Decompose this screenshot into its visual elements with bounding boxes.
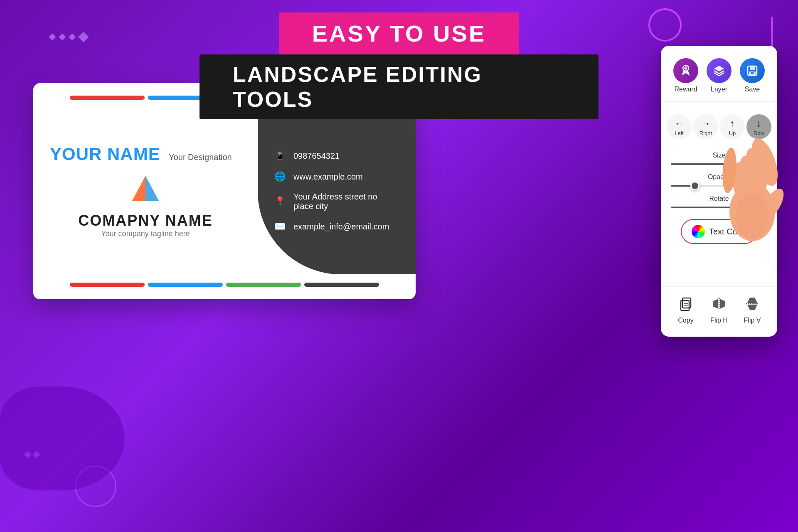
card-left: YOUR NAME Your Designation COMAPNY NAME … [33, 108, 258, 274]
save-label: Save [745, 86, 760, 93]
company-logo [129, 172, 162, 206]
bg-dot [78, 32, 89, 42]
svg-marker-18 [720, 299, 725, 309]
flip-h-svg [711, 296, 727, 312]
card-name: YOUR NAME [50, 144, 160, 164]
card-designation: Your Designation [169, 153, 232, 162]
header: EASY TO USE LANDSCAPE EDITING TOOLS [200, 12, 598, 119]
contact-address: 📍 Your Address street no place city [274, 192, 399, 211]
layer-button[interactable]: Layer [707, 58, 732, 93]
svg-marker-21 [747, 305, 757, 310]
card-name-row: YOUR NAME Your Designation [50, 144, 241, 164]
size-label: Size [671, 152, 767, 159]
copy-label: Copy [678, 317, 693, 324]
easy-to-use-label: EASY TO USE [312, 20, 486, 47]
bar-blue-bottom [148, 283, 223, 287]
layer-icon-circle [707, 58, 732, 83]
up-label: Up [729, 130, 736, 136]
color-wheel-icon [692, 225, 705, 238]
phone-icon: 📱 [274, 150, 287, 161]
tools-banner: LANDSCAPE EDITING TOOLS [200, 54, 598, 119]
tool-panel: Reward Layer Save [661, 46, 777, 337]
website-icon: 🌐 [274, 171, 287, 182]
rotate-label: Rotate [671, 195, 767, 202]
flip-v-button[interactable]: Flip V [742, 293, 763, 324]
contact-email: ✉️ example_info@email.com [274, 221, 399, 232]
down-label: Dow [754, 130, 764, 136]
bg-dot [69, 34, 76, 41]
tool-top-icons: Reward Layer Save [661, 54, 777, 102]
right-button[interactable]: → Right [693, 114, 718, 139]
save-button[interactable]: Save [740, 58, 765, 93]
bar-dark-bottom [304, 283, 379, 287]
website-text: www.example.com [293, 172, 363, 182]
bg-dot [49, 34, 56, 41]
bar-red [70, 96, 145, 100]
contact-website: 🌐 www.example.com [274, 171, 399, 182]
card-right: 📱 0987654321 🌐 www.example.com 📍 Your Ad… [258, 108, 416, 274]
bg-circle-decoration [648, 8, 682, 42]
left-button[interactable]: ← Left [667, 114, 692, 139]
bg-blob [0, 387, 125, 490]
rotate-slider-track[interactable] [671, 207, 767, 208]
svg-rect-11 [751, 72, 754, 74]
save-icon-circle [740, 58, 765, 83]
size-slider-track[interactable] [671, 163, 767, 165]
card-company: COMAPNY NAME [78, 212, 212, 229]
copy-button[interactable]: Copy [675, 293, 696, 324]
svg-rect-7 [685, 66, 687, 67]
size-slider-thumb[interactable] [748, 160, 757, 169]
opacity-slider-thumb[interactable] [690, 181, 699, 190]
address-text: Your Address street no place city [293, 192, 399, 211]
reward-label: Reward [674, 86, 697, 93]
reward-icon [679, 64, 692, 77]
reward-icon-circle [673, 58, 698, 83]
svg-rect-9 [750, 66, 755, 70]
rotate-slider-row: Rotate [671, 195, 767, 211]
card-tagline: Your company tagline here [101, 229, 190, 238]
layer-label: Layer [711, 86, 727, 93]
svg-marker-20 [747, 298, 757, 303]
flip-v-svg [744, 296, 761, 312]
opacity-label: Opacity [671, 173, 767, 181]
size-slider-fill [671, 163, 753, 165]
card-body: YOUR NAME Your Designation COMAPNY NAME … [33, 108, 416, 274]
bar-red-bottom [70, 283, 145, 287]
contact-phone: 📱 0987654321 [274, 150, 399, 161]
rotate-slider-thumb[interactable] [753, 203, 762, 212]
opacity-slider-track[interactable] [671, 185, 767, 187]
flip-h-button[interactable]: Flip H [709, 293, 729, 324]
flip-h-icon [709, 293, 729, 314]
reward-button[interactable]: Reward [673, 58, 698, 93]
flip-v-icon [742, 293, 763, 314]
phone-text: 0987654321 [293, 151, 340, 161]
right-label: Right [699, 130, 712, 136]
bg-dots-decoration [50, 33, 87, 41]
left-label: Left [675, 130, 684, 136]
direction-grid: ← Left → Right ↑ Up ↓ Dow [658, 106, 780, 148]
address-icon: 📍 [274, 196, 287, 207]
up-button[interactable]: ↑ Up [720, 114, 745, 139]
bg-dot [59, 34, 66, 41]
bottom-color-bars [33, 283, 416, 287]
text-color-label: Text Color [709, 227, 746, 236]
svg-marker-3 [132, 176, 145, 201]
down-button[interactable]: ↓ Dow [746, 114, 771, 139]
bar-green-bottom [226, 283, 301, 287]
tools-label: LANDSCAPE EDITING TOOLS [233, 62, 482, 111]
opacity-slider-row: Opacity [671, 173, 767, 189]
layer-icon [712, 64, 726, 77]
rotate-slider-fill [671, 207, 758, 208]
save-icon [746, 64, 759, 77]
email-icon: ✉️ [274, 221, 287, 232]
flip-h-label: Flip H [710, 317, 728, 324]
easy-banner: EASY TO USE [279, 12, 520, 54]
text-color-button[interactable]: Text Color [681, 219, 757, 244]
size-slider-row: Size [671, 152, 767, 167]
card-logo-area: COMAPNY NAME Your company tagline here [50, 172, 241, 238]
flip-v-label: Flip V [744, 317, 761, 324]
email-text: example_info@email.com [293, 222, 389, 232]
svg-marker-17 [713, 299, 718, 309]
copy-icon [675, 293, 696, 314]
sliders-section: Size Opacity Rotate [661, 148, 777, 215]
